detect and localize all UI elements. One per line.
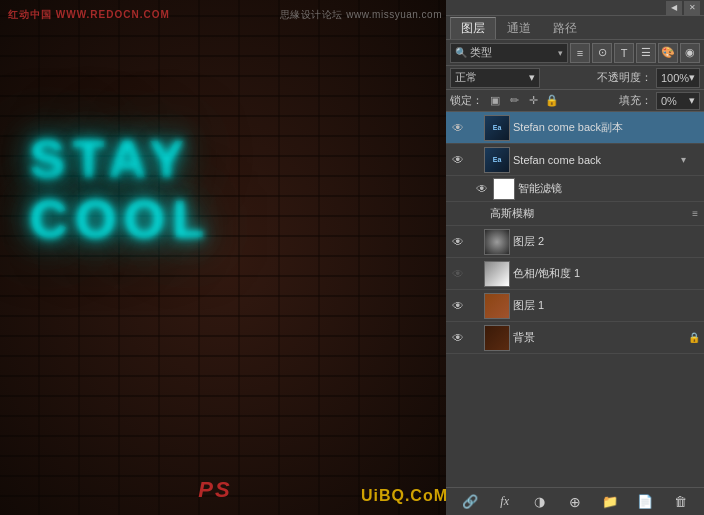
fill-input[interactable]: 0% ▾ — [656, 92, 700, 110]
eye-visibility-icon[interactable]: 👁 — [450, 266, 466, 282]
search-icon: 🔍 — [455, 47, 467, 58]
layer-name: 高斯模糊 — [490, 206, 700, 221]
layer-item[interactable]: 高斯模糊 ≡ — [446, 202, 704, 226]
tab-row: 图层 通道 路径 — [446, 16, 704, 40]
layer-item[interactable]: 👁 图层 1 — [446, 290, 704, 322]
watermark-top-right: 思緣设计论坛 www.missyuan.com — [280, 8, 442, 22]
lock-row: 锁定： ▣ ✏ ✛ 🔒 填充： 0% ▾ — [446, 90, 704, 112]
link-layers-button[interactable]: 🔗 — [459, 491, 481, 513]
layer-link-icon — [469, 298, 481, 314]
lock-label: 锁定： — [450, 93, 483, 108]
layer-filter-btn1[interactable]: ⊙ — [592, 43, 612, 63]
new-group-button[interactable]: 📁 — [599, 491, 621, 513]
eye-visibility-icon[interactable]: 👁 — [450, 234, 466, 250]
panel-collapse-row: ◀ ✕ — [446, 0, 704, 16]
layer-expand-arrow: ▾ — [681, 154, 686, 165]
layer-filter-btn3[interactable]: ☰ — [636, 43, 656, 63]
layer-kind-btn[interactable]: ≡ — [570, 43, 590, 63]
fill-label: 填充： — [619, 93, 652, 108]
layer-link-icon — [469, 152, 481, 168]
layer-link-icon — [469, 266, 481, 282]
layer-item[interactable]: 👁 Ea Stefan come back副本 — [446, 112, 704, 144]
layer-thumbnail — [484, 229, 510, 255]
add-mask-button[interactable]: ◑ — [529, 491, 551, 513]
brick-background: STAY COOL 红动中国 WWW.REDOCN.COM 思緣设计论坛 www… — [0, 0, 450, 515]
watermark-top-left: 红动中国 WWW.REDOCN.COM — [8, 8, 170, 22]
fx-button[interactable]: fx — [494, 491, 516, 513]
layer-link-icon — [469, 234, 481, 250]
layer-item[interactable]: 👁 图层 2 — [446, 226, 704, 258]
search-dropdown-arrow: ▾ — [558, 48, 563, 58]
layer-thumbnail — [484, 293, 510, 319]
tab-paths[interactable]: 路径 — [542, 17, 588, 39]
tab-layers[interactable]: 图层 — [450, 17, 496, 39]
eye-visibility-icon[interactable]: 👁 — [450, 298, 466, 314]
search-box[interactable]: 🔍 类型 ▾ — [450, 43, 568, 63]
delete-layer-button[interactable]: 🗑 — [669, 491, 691, 513]
watermark-bottom-left: PS — [198, 477, 231, 503]
graffiti-line1: STAY — [30, 130, 212, 190]
eye-visibility-icon[interactable]: 👁 — [450, 152, 466, 168]
layer-filter-btn2[interactable]: T — [614, 43, 634, 63]
layer-side-arrow: ≡ — [692, 208, 698, 219]
panels-area: ◀ ✕ 图层 通道 路径 🔍 类型 ▾ ≡ ⊙ T ☰ 🎨 ◉ 正常 ▾ 不 — [446, 0, 704, 515]
eye-visibility-icon[interactable]: 👁 — [450, 120, 466, 136]
tab-channels[interactable]: 通道 — [496, 17, 542, 39]
lock-move-btn[interactable]: ✛ — [525, 93, 541, 109]
watermark-bottom-right: UiBQ.CoM — [361, 487, 448, 505]
canvas-area: STAY COOL 红动中国 WWW.REDOCN.COM 思緣设计论坛 www… — [0, 0, 450, 515]
search-row: 🔍 类型 ▾ ≡ ⊙ T ☰ 🎨 ◉ — [446, 40, 704, 66]
blend-mode-row: 正常 ▾ 不透明度： 100% ▾ — [446, 66, 704, 90]
layer-name: 智能滤镜 — [518, 181, 700, 196]
bottom-toolbar: 🔗 fx ◑ ⊕ 📁 📄 🗑 — [446, 487, 704, 515]
search-type-label: 类型 — [470, 45, 555, 60]
graffiti-line2: COOL — [30, 190, 212, 250]
layer-item[interactable]: 👁 色相/饱和度 1 — [446, 258, 704, 290]
layer-thumbnail: Ea — [484, 147, 510, 173]
layer-item[interactable]: 👁 智能滤镜 — [446, 176, 704, 202]
layer-item[interactable]: 👁 Ea Stefan come back ▾ — [446, 144, 704, 176]
lock-transparent-btn[interactable]: ▣ — [487, 93, 503, 109]
blend-mode-select[interactable]: 正常 ▾ — [450, 68, 540, 88]
layer-name: 图层 2 — [513, 234, 700, 249]
layer-filter-toggle[interactable]: ◉ — [680, 43, 700, 63]
layer-thumbnail: Ea — [484, 115, 510, 141]
adjustment-button[interactable]: ⊕ — [564, 491, 586, 513]
graffiti-text: STAY COOL — [30, 130, 212, 250]
eye-visibility-icon[interactable]: 👁 — [474, 181, 490, 197]
layer-thumbnail — [484, 325, 510, 351]
panel-close-button[interactable]: ✕ — [684, 1, 700, 15]
layer-name: Stefan come back副本 — [513, 120, 700, 135]
new-layer-button[interactable]: 📄 — [634, 491, 656, 513]
opacity-label: 不透明度： — [597, 70, 652, 85]
eye-visibility-icon[interactable]: 👁 — [450, 330, 466, 346]
lock-icons: ▣ ✏ ✛ 🔒 — [487, 93, 560, 109]
lock-all-btn[interactable]: 🔒 — [544, 93, 560, 109]
layer-name: 背景 — [513, 330, 685, 345]
layer-name: Stefan come back — [513, 154, 700, 166]
layer-name: 色相/饱和度 1 — [513, 266, 700, 281]
layer-thumbnail — [493, 178, 515, 200]
layer-name: 图层 1 — [513, 298, 700, 313]
layer-filter-btn4[interactable]: 🎨 — [658, 43, 678, 63]
layer-lock-icon: 🔒 — [688, 332, 700, 344]
layers-list: 👁 Ea Stefan come back副本 👁 Ea Stefan come… — [446, 112, 704, 487]
opacity-input[interactable]: 100% ▾ — [656, 68, 700, 88]
brick-overlay — [0, 0, 450, 515]
layer-thumbnail — [484, 261, 510, 287]
panel-collapse-button[interactable]: ◀ — [666, 1, 682, 15]
layer-link-icon — [469, 120, 481, 136]
lock-image-btn[interactable]: ✏ — [506, 93, 522, 109]
layer-link-icon — [469, 330, 481, 346]
layer-item[interactable]: 👁 背景 🔒 — [446, 322, 704, 354]
